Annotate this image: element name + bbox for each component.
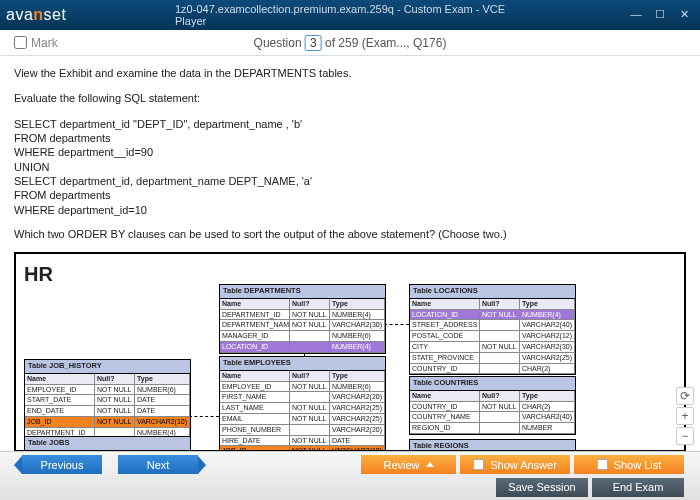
table-row: DEPARTMENT_NAMENOT NULLVARCHAR2(30) (220, 320, 385, 331)
end-exam-button[interactable]: End Exam (592, 478, 684, 497)
table-row: EMPLOYEE_IDNOT NULLNUMBER(6) (220, 382, 385, 393)
zoom-in-icon[interactable]: + (676, 407, 694, 425)
show-list-checkbox[interactable] (597, 459, 608, 470)
table-job-history: Table JOB_HISTORY NameNull?Type EMPLOYEE… (24, 359, 191, 439)
mark-label: Mark (31, 36, 58, 50)
table-employees: Table EMPLOYEES NameNull?Type EMPLOYEE_I… (219, 356, 386, 451)
zoom-controls: ⟳ + − (676, 387, 694, 445)
table-row: JOB_IDNOT NULLVARCHAR2(10) (25, 417, 190, 428)
question-prompt: Which two ORDER BY clauses can be used t… (14, 227, 686, 242)
table-row: COUNTRY_NAMEVARCHAR2(40) (410, 412, 575, 423)
question-header: Mark Question 3 of 259 (Exam..., Q176) (0, 30, 700, 56)
logo: avanset (6, 6, 66, 24)
review-button[interactable]: Review (361, 455, 456, 474)
table-row: DEPARTMENT_IDNOT NULLNUMBER(4) (220, 310, 385, 321)
table-locations: Table LOCATIONS NameNull?Type LOCATION_I… (409, 284, 576, 375)
table-row: MANAGER_IDNUMBER(6) (220, 331, 385, 342)
table-row: STREET_ADDRESSVARCHAR2(40) (410, 320, 575, 331)
table-row: PHONE_NUMBERVARCHAR2(20) (220, 425, 385, 436)
table-row: START_DATENOT NULLDATE (25, 395, 190, 406)
logo-part: set (44, 6, 67, 23)
table-row: EMAILNOT NULLVARCHAR2(25) (220, 414, 385, 425)
table-row: REGION_IDNUMBER (410, 423, 575, 434)
table-row: STATE_PROVINCEVARCHAR2(25) (410, 353, 575, 364)
table-row: CITYNOT NULLVARCHAR2(30) (410, 342, 575, 353)
zoom-out-icon[interactable]: − (676, 427, 694, 445)
show-answer-button[interactable]: Show Answer (460, 455, 570, 474)
exhibit-instruction: View the Exhibit and examine the data in… (14, 66, 686, 81)
table-jobs: Table JOBS NameNull?Type JOB_IDNOT NULLV… (24, 436, 191, 451)
table-row: HIRE_DATENOT NULLDATE (220, 436, 385, 447)
question-indicator: Question 3 of 259 (Exam..., Q176) (254, 35, 447, 51)
chevron-up-icon (426, 462, 434, 467)
close-icon[interactable]: ✕ (674, 7, 694, 23)
table-departments: Table DEPARTMENTS NameNull?Type DEPARTME… (219, 284, 386, 353)
table-row: LOCATION_IDNOT NULLNUMBER(4) (410, 310, 575, 321)
table-row: POSTAL_CODEVARCHAR2(12) (410, 331, 575, 342)
mark-checkbox-wrap[interactable]: Mark (14, 36, 58, 50)
logo-part: ava (6, 6, 33, 23)
table-row: LOCATION_IDNUMBER(4) (220, 342, 385, 353)
mark-checkbox[interactable] (14, 36, 27, 49)
previous-button[interactable]: Previous (22, 455, 102, 474)
diagram-canvas: Table DEPARTMENTS NameNull?Type DEPARTME… (24, 294, 676, 451)
show-answer-checkbox[interactable] (473, 459, 484, 470)
maximize-icon[interactable]: ☐ (650, 7, 670, 23)
table-countries: Table COUNTRIES NameNull?Type COUNTRY_ID… (409, 376, 576, 435)
save-session-button[interactable]: Save Session (496, 478, 588, 497)
table-row: COUNTRY_IDNOT NULLCHAR(2) (410, 402, 575, 413)
table-row: FIRST_NAMEVARCHAR2(20) (220, 392, 385, 403)
question-content: View the Exhibit and examine the data in… (0, 56, 700, 451)
table-row: LAST_NAMENOT NULLVARCHAR2(25) (220, 403, 385, 414)
next-button[interactable]: Next (118, 455, 198, 474)
question-number: 3 (305, 35, 322, 51)
footer-bar: Previous Next Review Show Answer Show Li… (0, 451, 700, 500)
sql-statement: SELECT department_id "DEPT_ID", departme… (14, 117, 686, 217)
table-regions: Table REGIONS NameNull?Type REGION_IDNOT… (409, 439, 576, 451)
table-row: JOB_IDNOT NULLVARCHAR2(10) (220, 446, 385, 451)
titlebar: avanset 1z0-047.examcollection.premium.e… (0, 0, 700, 30)
table-row: EMPLOYEE_IDNOT NULLNUMBER(6) (25, 385, 190, 396)
minimize-icon[interactable]: — (626, 7, 646, 23)
show-list-button[interactable]: Show List (574, 455, 684, 474)
evaluate-instruction: Evaluate the following SQL statement: (14, 91, 686, 106)
zoom-reset-icon[interactable]: ⟳ (676, 387, 694, 405)
logo-accent: n (33, 6, 43, 23)
table-row: COUNTRY_IDCHAR(2) (410, 364, 575, 375)
window-controls: — ☐ ✕ (626, 7, 694, 23)
window-title: 1z0-047.examcollection.premium.exam.259q… (175, 3, 525, 27)
schema-diagram: HR Table DEPARTMENTS NameNull?Type DEPAR… (14, 252, 686, 451)
table-row: END_DATENOT NULLDATE (25, 406, 190, 417)
